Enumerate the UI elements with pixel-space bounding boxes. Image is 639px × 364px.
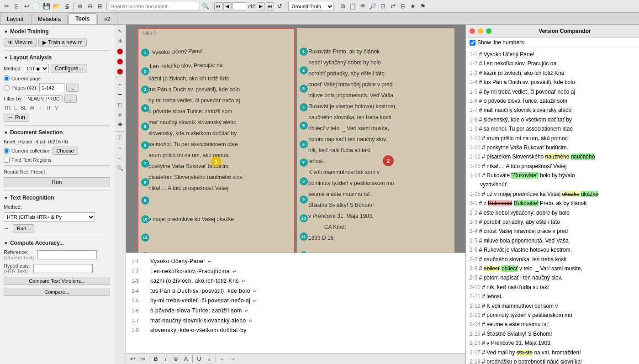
traffic-light-green[interactable] bbox=[486, 28, 491, 34]
toolbar-icon-copy2[interactable]: ⧉ bbox=[338, 2, 347, 11]
vicon-square[interactable]: □ bbox=[116, 100, 125, 109]
toolbar-icon-refresh[interactable]: ↺ bbox=[275, 2, 284, 11]
rmarker-6[interactable]: 6 bbox=[300, 140, 308, 148]
toolbar-icon-paste[interactable]: 📋 bbox=[348, 2, 357, 11]
layout-analysis-header[interactable]: ▼ Layout Analysis bbox=[0, 53, 114, 63]
icon-v[interactable]: V bbox=[53, 104, 60, 111]
bt-icon-s[interactable]: S bbox=[171, 354, 180, 364]
text-run-button[interactable]: Run... bbox=[13, 224, 34, 232]
marker-7[interactable]: 7 bbox=[141, 159, 149, 168]
rmarker-7[interactable]: 7 bbox=[300, 158, 308, 167]
current-page-radio[interactable] bbox=[4, 75, 10, 81]
compute-accuracy-header[interactable]: ▼ Compute Accuracy... bbox=[0, 238, 114, 248]
toolbar-icon-scissors[interactable]: ✂ bbox=[2, 2, 11, 11]
toolbar-icon-save[interactable]: 💾 bbox=[42, 2, 51, 11]
toolbar-icon-copy[interactable]: ⎘ bbox=[12, 2, 21, 11]
icon-tr[interactable]: TR bbox=[4, 104, 11, 111]
marker-3[interactable]: 3 bbox=[141, 85, 149, 94]
document-scroll[interactable]: 1893 D Vysoko Učený Pane! Len nekoľko sl… bbox=[126, 25, 465, 253]
vicon-line[interactable]: ━ bbox=[116, 90, 125, 99]
rmarker-9[interactable]: 9 bbox=[300, 195, 308, 204]
show-line-numbers-checkbox[interactable] bbox=[470, 40, 475, 46]
rmarker-1[interactable]: 1 bbox=[300, 47, 308, 56]
reference-value-input[interactable]: 14.06.22 12:52:21 bbox=[37, 250, 97, 259]
vicon-arrow-left[interactable]: ← bbox=[116, 153, 125, 163]
bt-icon-b[interactable]: B bbox=[151, 354, 160, 364]
marker-11[interactable]: 11 bbox=[141, 233, 149, 242]
vicon-circle-red3[interactable]: ⬤ bbox=[116, 67, 125, 76]
toolbar-icon-zoom-fit[interactable]: ⊡ bbox=[378, 2, 387, 11]
configure-button[interactable]: Configure... bbox=[51, 64, 87, 73]
last-page-button[interactable]: ⏭ bbox=[266, 2, 274, 11]
bt-icon-u[interactable]: U bbox=[195, 354, 204, 364]
toolbar-icon-arrows[interactable]: ⇄ bbox=[388, 2, 397, 11]
vicon-cross[interactable]: ✛ bbox=[116, 37, 125, 46]
find-text-checkbox[interactable] bbox=[4, 157, 10, 163]
choose-button[interactable]: Choose bbox=[53, 147, 78, 155]
toolbar-icon-zoom-out[interactable]: ⊖ bbox=[85, 2, 95, 11]
search-input[interactable] bbox=[109, 2, 200, 11]
bt-icon-arrow1[interactable]: ← bbox=[218, 354, 227, 364]
icon-bl[interactable]: BL bbox=[20, 104, 27, 111]
vicon-circle-red[interactable]: ⬤ bbox=[116, 47, 125, 56]
rmarker-4[interactable]: 4 bbox=[300, 103, 308, 111]
bt-icon-arrow2[interactable]: → bbox=[228, 354, 237, 364]
tab-layout[interactable]: Layout bbox=[0, 14, 30, 24]
rmarker-2[interactable]: 2 bbox=[300, 66, 308, 74]
traffic-light-yellow[interactable] bbox=[478, 28, 483, 34]
toolbar-icon-file[interactable]: 📄 bbox=[32, 2, 41, 11]
toolbar-icon-undo[interactable]: ↩ bbox=[22, 2, 31, 11]
rmarker-8[interactable]: 8 bbox=[300, 177, 308, 185]
view-mode-dropdown[interactable]: Ground Truth HTR Text Both bbox=[288, 2, 334, 11]
icon-l[interactable]: L bbox=[12, 104, 19, 111]
marker-4[interactable]: 4 bbox=[141, 104, 149, 112]
toolbar-icon-star[interactable]: ★ bbox=[408, 2, 417, 11]
train-new-button[interactable]: ▶ Train a new m bbox=[38, 38, 87, 47]
model-training-header[interactable]: ▼ Model Training bbox=[0, 26, 114, 37]
marker-8[interactable]: 8 bbox=[141, 178, 149, 186]
tab-tools[interactable]: Tools bbox=[69, 13, 96, 24]
marker-5[interactable]: 5 bbox=[141, 122, 149, 131]
marker-9[interactable]: 9 bbox=[141, 196, 149, 205]
bt-icon-i[interactable]: I bbox=[161, 354, 170, 364]
rmarker-5[interactable]: 5 bbox=[300, 121, 308, 130]
toolbar-icon-magnify[interactable]: 🔎 bbox=[368, 2, 377, 11]
rmarker-10[interactable]: 10 bbox=[300, 214, 308, 222]
toolbar-icon-flag[interactable]: ⚑ bbox=[418, 2, 428, 11]
bt-icon-exp[interactable]: ₓ bbox=[205, 354, 214, 364]
vicon-pointer[interactable]: ↖ bbox=[116, 26, 125, 36]
pages-radio[interactable] bbox=[4, 85, 10, 91]
toolbar-icon-eye[interactable]: 👁 bbox=[358, 2, 367, 11]
document-page-left[interactable]: 1893 D Vysoko Učený Pane! Len nekoľko sl… bbox=[137, 28, 295, 253]
tab-extra[interactable]: »2 bbox=[97, 14, 117, 24]
hypothesis-value-input[interactable]: 06.09.21 09:52:56 - bbox=[33, 264, 93, 273]
vicon-lasso[interactable]: ⌾ bbox=[116, 110, 125, 119]
marker-1[interactable]: 1 bbox=[141, 48, 149, 57]
vicon-hand[interactable]: ✥ bbox=[116, 120, 125, 129]
compare-button[interactable]: Compare... bbox=[4, 288, 110, 296]
vicon-circle-red2[interactable]: ⬤ bbox=[116, 57, 125, 66]
page-number-input[interactable]: 1 bbox=[232, 2, 246, 11]
vicon-text[interactable]: T bbox=[116, 133, 125, 142]
tab-metadata[interactable]: Metadata bbox=[31, 14, 68, 24]
marker-2[interactable]: 2 bbox=[141, 67, 149, 75]
bt-icon-a[interactable]: A bbox=[181, 354, 190, 364]
text-method-select[interactable]: HTR (CITlab HTR+ & Py bbox=[4, 212, 95, 222]
compare-versions-button[interactable]: Compare Text Versions... bbox=[4, 277, 110, 285]
pages-range-btn[interactable]: ... bbox=[66, 84, 79, 92]
marker-10[interactable]: 10 bbox=[141, 215, 149, 223]
vicon-arrow-right[interactable]: → bbox=[116, 143, 125, 153]
vicon-plus[interactable]: + bbox=[116, 80, 125, 89]
pages-range-input[interactable] bbox=[39, 83, 64, 92]
toolbar-icon-open[interactable]: 📂 bbox=[52, 2, 61, 11]
first-page-button[interactable]: ⏮ bbox=[214, 2, 222, 11]
toolbar-icon-print[interactable]: 🖨 bbox=[62, 2, 71, 11]
view-model-button[interactable]: 👁 View m bbox=[4, 38, 37, 47]
current-collection-radio[interactable] bbox=[4, 148, 10, 154]
run-layout-button[interactable]: → Run bbox=[4, 113, 29, 122]
bt-icon-1[interactable]: ↩ bbox=[128, 354, 137, 364]
icon-h[interactable]: H bbox=[45, 104, 52, 111]
toolbar-icon-grid2[interactable]: ⊟ bbox=[398, 2, 407, 11]
layout-method-select[interactable]: CIT ◆ bbox=[24, 64, 49, 73]
document-selection-header[interactable]: ▼ Document Selection bbox=[0, 127, 114, 137]
